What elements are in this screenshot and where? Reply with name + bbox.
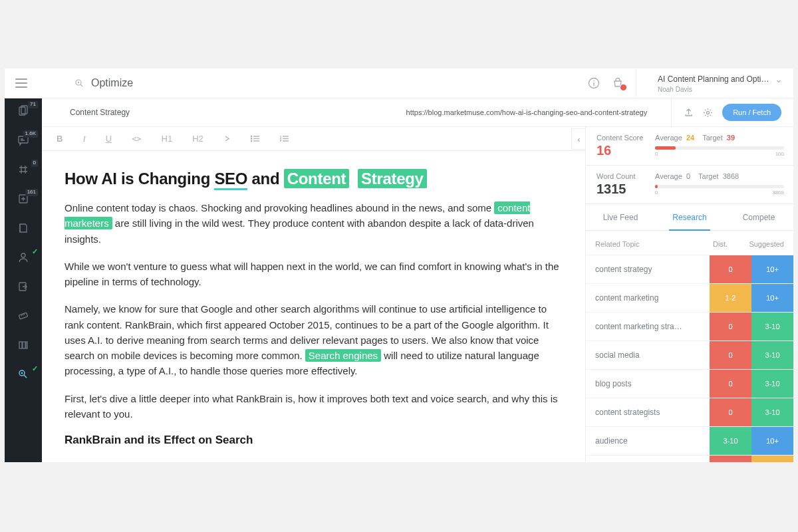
svg-point-1 [78,82,79,83]
col-suggested: Suggested [740,240,784,248]
svg-point-16 [707,111,710,114]
topic-row[interactable]: social media03-10 [586,340,793,369]
body: 71 1.6K 0 161 ✓ [5,98,793,462]
check-icon: ✓ [32,247,38,256]
topic-row[interactable]: audience3-1010+ [586,426,793,455]
svg-point-17 [251,136,252,137]
topic-name: blog posts [586,370,710,398]
topic-dist: 0 [710,398,751,426]
code-button[interactable]: <> [132,134,141,144]
subheader: Content Strategy https://blog.marketmuse… [42,98,793,127]
collapse-handle[interactable]: ‹ [571,128,586,150]
brand: Optimize [74,77,133,89]
check-icon: ✓ [32,364,38,373]
svg-rect-11 [19,342,22,348]
svg-point-3 [593,80,595,82]
right-panel: Content Score 16 Average 24 Target 39 01… [586,127,793,462]
nav-book[interactable] [5,222,42,234]
topic-name: audience [586,427,710,455]
nav-measure[interactable] [5,310,42,322]
topic-row[interactable]: content strategists03-10 [586,398,793,426]
topic-name: content strategy [586,255,710,283]
doc-paragraph: While we won't venture to guess what wil… [65,259,563,290]
svg-rect-13 [26,342,27,348]
topic-dist [710,456,751,462]
topic-suggested: 3-10 [751,313,793,340]
nav-badge: 1.6K [23,130,38,138]
topic-row[interactable]: content marketing1-210+ [586,283,793,312]
topics-header: Related Topic Dist. Suggested [586,231,793,255]
nav-badge: 161 [25,189,38,196]
tab-compete[interactable]: Compete [724,204,793,230]
topic-dist: 1-2 [710,284,751,312]
topic-suggested [751,456,793,462]
svg-rect-10 [19,313,27,319]
nav-badge: 71 [28,101,38,108]
svg-point-8 [21,253,25,257]
related-topics: Related Topic Dist. Suggested content st… [586,231,793,462]
tab-research[interactable]: Research [655,204,724,230]
svg-point-18 [251,138,252,140]
brand-name: Optimize [91,77,133,89]
topic-name [586,456,710,462]
topic-suggested: 3-10 [751,398,793,426]
topic-row[interactable]: content strategy010+ [586,255,793,283]
menu-icon[interactable] [15,78,27,88]
svg-point-19 [251,140,252,142]
italic-button[interactable]: I [82,134,85,144]
topic-suggested: 3-10 [751,341,793,369]
underline-button[interactable]: U [106,134,112,144]
optimize-icon [74,78,84,88]
panel-tabs: Live Feed Research Compete [586,204,793,231]
content-score-value: 16 [597,143,650,158]
topic-dist: 0 [710,255,751,283]
chevron-down-icon: ⌄ [775,74,783,84]
document-editor[interactable]: How AI is Changing SEO and Content Strat… [42,151,585,462]
wordcount-row: Word Count 1315 Average 0 Target 3868 03… [586,166,793,204]
topic-name: social media [586,341,710,369]
editor-column: B I U <> H1 H2 ‹ How AI is Changing SEO … [42,127,586,462]
topic-row[interactable]: blog posts03-10 [586,369,793,398]
export-icon[interactable] [684,108,694,118]
doc-paragraph: Namely, we know for sure that Google and… [65,301,563,378]
topic-dist: 3-10 [710,427,751,455]
main: Content Strategy https://blog.marketmuse… [42,98,793,462]
nav-comments[interactable]: 1.6K [5,134,42,146]
help-icon[interactable] [588,77,600,89]
nav-pages[interactable]: 71 [5,105,42,117]
cart-icon[interactable] [612,77,624,89]
content-score-gauge: Average 24 Target 39 0100 [650,127,793,165]
nav-user[interactable]: ✓ [5,251,42,263]
tab-live-feed[interactable]: Live Feed [586,204,655,230]
topic-name: content marketing stra… [586,313,710,340]
topic-suggested: 10+ [751,255,793,283]
bold-button[interactable]: B [57,134,63,144]
nav-badge: 0 [31,160,38,167]
svg-rect-12 [23,342,25,348]
run-button[interactable]: Run / Fetch [722,104,781,121]
actions: Run / Fetch [671,98,793,126]
settings-icon[interactable] [703,108,713,118]
nav-optimize[interactable]: ✓ [5,368,42,380]
nav-add[interactable]: 161 [5,193,42,205]
h1-button[interactable]: H1 [162,134,173,144]
topic-row[interactable] [586,455,793,462]
h2-button[interactable]: H2 [192,134,203,144]
topbar: Optimize AI Content Planning and Optim… … [5,68,793,98]
topic-suggested: 10+ [751,427,793,455]
topic-row[interactable]: content marketing stra…03-10 [586,312,793,340]
quote-button[interactable] [223,135,231,142]
topic-name: content marketing [586,284,710,312]
list-ol-button[interactable] [280,135,289,142]
nav-import[interactable] [5,281,42,293]
nav-library[interactable] [5,339,42,351]
list-ul-button[interactable] [251,135,260,142]
topic-dist: 0 [710,370,751,398]
workspace: B I U <> H1 H2 ‹ How AI is Changing SEO … [42,127,793,462]
nav-tags[interactable]: 0 [5,164,42,176]
topic-suggested: 3-10 [751,370,793,398]
content-score-block: Content Score 16 [586,127,650,165]
project-selector[interactable]: AI Content Planning and Optim… ⌄ Noah Da… [648,74,783,93]
doc-heading: RankBrain and its Effect on Search [65,434,563,447]
svg-point-15 [21,372,23,374]
